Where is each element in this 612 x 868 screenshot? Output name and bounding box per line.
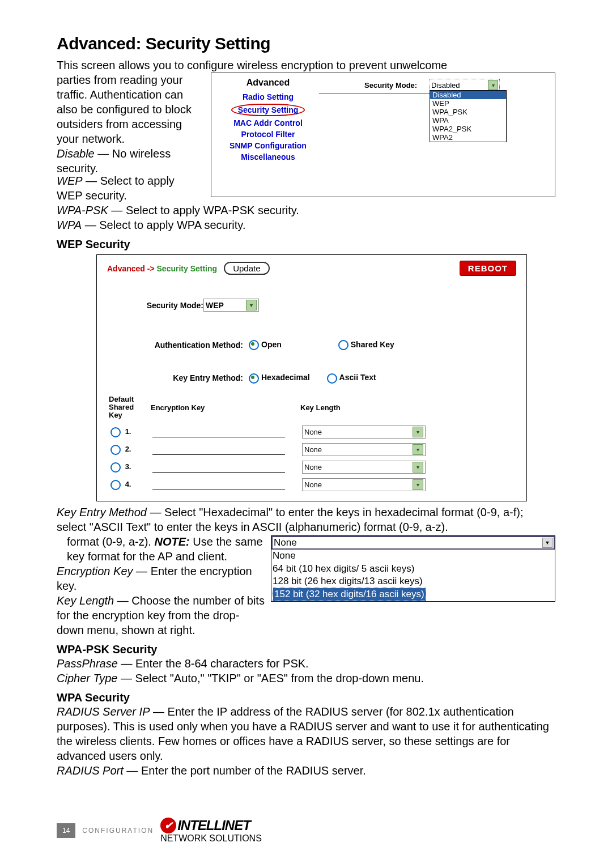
sm-opt-wpa2[interactable]: WPA2 — [430, 133, 506, 142]
page-number: 14 — [57, 823, 75, 838]
sm-opt-disabled[interactable]: Disabled — [430, 91, 506, 99]
advanced-panel: Advanced Radio Setting Security Setting … — [211, 73, 555, 197]
intro-line: This screen allows you to configure wire… — [57, 58, 555, 73]
kl-opt-64[interactable]: 64 bit (10 hex digits/ 5 ascii keys) — [273, 563, 554, 575]
page-title: Advanced: Security Setting — [57, 34, 555, 53]
security-mode-label: Security Mode: — [364, 81, 417, 90]
bc-advanced: Advanced -> — [107, 264, 155, 273]
encryption-key-2[interactable] — [152, 445, 285, 455]
encryption-key-3[interactable] — [152, 462, 285, 473]
keylen-label: Key Length — [57, 594, 114, 607]
mode-wpa-label: WPA — [57, 219, 82, 231]
chevron-down-icon[interactable]: ▾ — [413, 427, 423, 437]
encryption-key-4[interactable] — [152, 480, 285, 490]
kem-ascii-radio[interactable] — [327, 373, 337, 384]
sm-opt-wpa2psk[interactable]: WPA2_PSK — [430, 125, 506, 133]
wep-sm-value: WEP — [206, 301, 224, 310]
passphrase-text: — Enter the 8-64 characters for PSK. — [118, 657, 309, 670]
col-default: Default Shared Key — [108, 395, 149, 423]
chevron-down-icon[interactable]: ▾ — [413, 444, 423, 455]
update-button[interactable]: Update — [224, 262, 269, 275]
chevron-down-icon[interactable]: ▾ — [413, 479, 423, 490]
key-length-dropdown-open[interactable]: None ▼ None 64 bit (10 hex digits/ 5 asc… — [271, 535, 555, 601]
table-row: 4. None▾ — [108, 476, 515, 493]
kem-desc-label: Key Entry Method — [57, 506, 147, 518]
chevron-down-icon[interactable]: ▼ — [542, 538, 552, 548]
kl3-val: None — [304, 463, 322, 471]
sm-opt-wpa[interactable]: WPA — [430, 116, 506, 125]
kl-opt-none[interactable]: None — [273, 550, 554, 562]
brand-logo: ✔ INTELLINET — [160, 818, 262, 833]
enckey-label: Encryption Key — [57, 565, 133, 577]
adv-link-mac[interactable]: MAC Addr Control — [217, 118, 319, 127]
radius-port-label: RADIUS Port — [57, 764, 124, 777]
key-length-4[interactable]: None▾ — [302, 478, 426, 491]
kem-hex-radio[interactable] — [249, 373, 259, 384]
wep-sm-label: Security Mode: — [107, 301, 203, 310]
kl-top: None — [274, 537, 297, 548]
kem-hex-label: Hexadecimal — [261, 373, 310, 382]
mode-disable-label: Disable — [57, 147, 95, 160]
kl1-val: None — [304, 428, 322, 436]
kl-opt-128[interactable]: 128 bit (26 hex digits/13 ascii keys) — [273, 575, 554, 588]
intro-left: parties from reading your traffic. Authe… — [57, 74, 192, 145]
security-mode-dropdown[interactable]: Disabled WEP WPA_PSK WPA WPA2_PSK WPA2 — [430, 90, 507, 142]
key-length-2[interactable]: None▾ — [302, 443, 426, 456]
col-enc: Encryption Key — [150, 395, 299, 423]
wep-sm-select[interactable]: WEP ▾ — [203, 299, 259, 312]
auth-shared-label: Shared Key — [351, 340, 394, 349]
encryption-key-1[interactable] — [152, 427, 285, 437]
row-num-3: 3. — [125, 462, 131, 471]
kl2-val: None — [304, 445, 322, 454]
check-icon: ✔ — [160, 818, 176, 833]
brand-subtitle: NETWORK SOLUTIONS — [160, 833, 262, 844]
default-key-4-radio[interactable] — [110, 480, 121, 490]
wep-breadcrumb: Advanced -> Security Setting — [107, 264, 217, 273]
auth-open-radio[interactable] — [249, 340, 259, 350]
radius-port-text: — Enter the port number of the RADIUS se… — [124, 764, 366, 777]
chevron-down-icon[interactable]: ▾ — [488, 80, 498, 90]
col-len: Key Length — [300, 395, 515, 423]
wpa-heading: WPA Security — [57, 691, 555, 704]
bc-security: Security Setting — [157, 264, 218, 273]
footer-section: CONFIGURATION — [82, 827, 154, 835]
cipher-text: — Select "Auto," "TKIP" or "AES" from th… — [117, 672, 424, 684]
adv-link-protocol[interactable]: Protocol Filter — [217, 130, 319, 139]
radius-ip-label: RADIUS Server IP — [57, 705, 150, 718]
default-key-2-radio[interactable] — [110, 445, 121, 455]
auth-open-label: Open — [261, 340, 282, 349]
security-mode-select[interactable]: Disabled ▾ — [430, 79, 500, 91]
wep-panel: Advanced -> Security Setting Update REBO… — [96, 254, 527, 501]
table-row: 1. None▾ — [108, 424, 515, 440]
row-num-2: 2. — [125, 445, 131, 453]
advanced-menu-title: Advanced — [217, 78, 319, 88]
adv-link-radio[interactable]: Radio Setting — [217, 92, 319, 101]
sm-opt-wpapsk[interactable]: WPA_PSK — [430, 108, 506, 116]
chevron-down-icon[interactable]: ▾ — [413, 462, 423, 473]
reboot-button[interactable]: REBOOT — [460, 261, 516, 276]
table-row: 3. None▾ — [108, 459, 515, 475]
chevron-down-icon[interactable]: ▾ — [246, 300, 257, 310]
sm-opt-wep[interactable]: WEP — [430, 99, 506, 108]
key-length-1[interactable]: None▾ — [302, 426, 426, 439]
adv-link-snmp[interactable]: SNMP Configuration — [217, 141, 319, 150]
kl-opt-152[interactable]: 152 bit (32 hex digits/16 ascii keys) — [273, 588, 426, 601]
kem-note-label: NOTE: — [154, 535, 189, 548]
kem-desc-note-pre: format (0-9, a-z). — [67, 535, 154, 548]
key-table: Default Shared Key Encryption Key Key Le… — [107, 394, 516, 495]
kem-label: Key Entry Method: — [107, 373, 243, 382]
mode-wpapsk-label: WPA-PSK — [57, 204, 108, 216]
adv-link-misc[interactable]: Miscellaneous — [217, 152, 319, 161]
adv-link-security[interactable]: Security Setting — [231, 104, 305, 116]
default-key-3-radio[interactable] — [110, 462, 121, 473]
auth-shared-radio[interactable] — [338, 340, 348, 350]
passphrase-label: PassPhrase — [57, 657, 118, 670]
cipher-label: Cipher Type — [57, 672, 117, 684]
row-num-4: 4. — [125, 480, 131, 488]
key-length-3[interactable]: None▾ — [302, 461, 426, 474]
mode-wpapsk-text: — Select to apply WPA-PSK security. — [108, 204, 299, 216]
default-key-1-radio[interactable] — [110, 427, 121, 437]
kl4-val: None — [304, 480, 322, 489]
auth-label: Authentication Method: — [107, 341, 243, 350]
wep-heading: WEP Security — [57, 238, 555, 251]
